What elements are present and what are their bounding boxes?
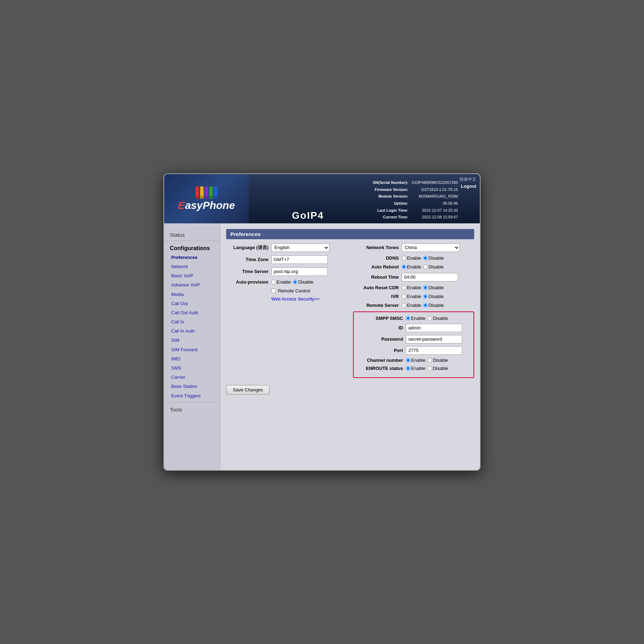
autoprovision-disable-text: Disable <box>298 279 313 285</box>
remote-server-radio-group: Enable Disable <box>402 303 444 308</box>
smpp-password-row: Password <box>357 335 470 343</box>
auto-reset-cdr-enable-label[interactable]: Enable <box>402 285 421 290</box>
network-tones-select[interactable]: China USA UK <box>402 243 460 252</box>
auto-reset-cdr-disable-radio[interactable] <box>423 285 428 290</box>
sidebar: Status Configurations Preferences Networ… <box>164 223 221 470</box>
enroute-disable-label[interactable]: Disable <box>427 366 448 371</box>
ivr-disable-radio[interactable] <box>423 294 428 299</box>
logo-image: EasyPhone <box>178 186 235 211</box>
auto-reset-cdr-enable-radio[interactable] <box>402 285 406 290</box>
sn-row: SN(Serial Number): GOIP4M5RMOS22057265 <box>371 180 459 186</box>
save-area: Save Changes <box>226 385 474 395</box>
sidebar-item-sms[interactable]: SMS <box>164 364 220 373</box>
smpp-password-value <box>406 335 470 343</box>
network-tones-value: China USA UK <box>402 243 474 252</box>
channel-number-disable-radio[interactable] <box>427 358 432 363</box>
sidebar-item-sim-forward[interactable]: SIM Forward <box>164 345 220 354</box>
auto-reboot-enable-label[interactable]: Enable <box>402 264 421 270</box>
header-top-right: 简体中文 Logout <box>459 176 476 190</box>
reboot-time-input[interactable] <box>402 273 458 281</box>
sidebar-item-preferences[interactable]: Preferences <box>164 253 220 262</box>
sidebar-item-event-triggers[interactable]: Event Triggers <box>164 391 220 401</box>
smpp-disable-radio[interactable] <box>427 316 432 321</box>
smpp-smsc-box: SMPP SMSC Enable Disable <box>353 311 474 378</box>
sidebar-item-media[interactable]: Media <box>164 290 220 299</box>
autoprovision-enable-radio[interactable] <box>271 280 276 284</box>
current-time-row: Current Time: 2022-12-08 15:59:47 <box>371 214 459 221</box>
sidebar-item-imei[interactable]: IMEI <box>164 354 220 364</box>
auto-reboot-enable-text: Enable <box>407 264 421 270</box>
web-access-link[interactable]: Web Access Security>> <box>271 296 347 302</box>
crayon-blue <box>214 186 217 199</box>
remote-server-value: Enable Disable <box>402 303 474 308</box>
sidebar-item-advance-voip[interactable]: Advance VoIP <box>164 280 220 290</box>
remote-control-checkbox[interactable] <box>271 289 276 293</box>
sidebar-item-basic-voip[interactable]: Basic VoIP <box>164 271 220 280</box>
timezone-input[interactable] <box>271 255 328 264</box>
form-left: Language (语言) English Chinese Time Zone <box>226 243 347 378</box>
smpp-password-input[interactable] <box>406 335 462 343</box>
smpp-password-label: Password <box>357 336 403 342</box>
channel-number-enable-radio[interactable] <box>406 358 410 363</box>
auto-reboot-enable-radio[interactable] <box>402 265 406 269</box>
autoprovision-row: Auto-provision Enable Disable <box>226 279 347 285</box>
sidebar-item-network[interactable]: Network <box>164 262 220 271</box>
main-window: EasyPhone GoIP4 简体中文 Logout SN(Serial Nu… <box>163 173 481 471</box>
remote-server-disable-radio[interactable] <box>423 303 428 308</box>
ddns-enable-label[interactable]: Enable <box>402 255 421 261</box>
auto-reset-cdr-label: Auto Reset CDR <box>353 285 399 290</box>
ivr-disable-label[interactable]: Disable <box>423 294 444 299</box>
auto-reboot-disable-label[interactable]: Disable <box>423 264 444 270</box>
sidebar-item-call-in[interactable]: Call In <box>164 317 220 327</box>
save-button[interactable]: Save Changes <box>226 385 270 395</box>
language-select[interactable]: English Chinese <box>271 243 329 252</box>
auto-reboot-disable-radio[interactable] <box>423 265 428 269</box>
header: EasyPhone GoIP4 简体中文 Logout SN(Serial Nu… <box>164 174 480 223</box>
remote-server-enable-label[interactable]: Enable <box>402 303 421 308</box>
ddns-disable-radio[interactable] <box>423 256 428 260</box>
smpp-port-input[interactable] <box>406 346 462 355</box>
ddns-enable-radio[interactable] <box>402 256 406 260</box>
language-row: Language (语言) English Chinese <box>226 243 347 252</box>
channel-number-value: Enable Disable <box>406 358 470 363</box>
autoprovision-disable-label[interactable]: Disable <box>293 279 313 285</box>
smpp-disable-label[interactable]: Disable <box>427 316 448 321</box>
smpp-enable-label[interactable]: Enable <box>406 316 425 321</box>
channel-number-disable-label[interactable]: Disable <box>427 358 448 363</box>
sidebar-tools[interactable]: Tools <box>164 404 220 414</box>
logout-button[interactable]: Logout <box>459 183 476 190</box>
auto-reset-cdr-disable-label[interactable]: Disable <box>423 285 444 290</box>
enroute-disable-radio[interactable] <box>427 366 432 371</box>
crayon-yellow <box>200 186 204 199</box>
channel-number-enable-label[interactable]: Enable <box>406 358 425 363</box>
sidebar-item-base-station[interactable]: Base Station <box>164 382 220 391</box>
sidebar-item-sim[interactable]: SIM <box>164 336 220 345</box>
smpp-enable-radio[interactable] <box>406 316 410 321</box>
timeserver-value <box>271 267 347 276</box>
enroute-value: Enable Disable <box>406 366 470 371</box>
brand-name: EasyPhone <box>178 199 235 211</box>
sidebar-configurations[interactable]: Configurations <box>164 242 220 253</box>
enroute-enable-radio[interactable] <box>406 366 410 371</box>
timeserver-input[interactable] <box>271 267 328 276</box>
smpp-row: SMPP SMSC Enable Disable <box>357 316 470 321</box>
sidebar-item-call-in-auth[interactable]: Call In Auth <box>164 327 220 336</box>
timezone-label: Time Zone <box>226 257 268 262</box>
form-right: Network Tones China USA UK DDNS <box>353 243 474 378</box>
remote-server-label: Remote Server <box>353 303 399 308</box>
enroute-enable-label[interactable]: Enable <box>406 366 425 371</box>
ivr-value: Enable Disable <box>402 294 474 299</box>
sidebar-item-call-out[interactable]: Call Out <box>164 299 220 308</box>
remote-server-enable-radio[interactable] <box>402 303 406 308</box>
autoprovision-enable-label[interactable]: Enable <box>271 279 291 285</box>
remote-server-disable-label[interactable]: Disable <box>423 303 444 308</box>
lang-link[interactable]: 简体中文 <box>459 177 476 182</box>
smpp-id-input[interactable] <box>406 324 462 332</box>
sidebar-item-call-out-auth[interactable]: Call Out Auth <box>164 308 220 317</box>
sidebar-status[interactable]: Status <box>164 229 220 239</box>
sidebar-item-carrier[interactable]: Carrier <box>164 373 220 382</box>
autoprovision-disable-radio[interactable] <box>293 280 297 284</box>
ivr-enable-label[interactable]: Enable <box>402 294 421 299</box>
ddns-disable-label[interactable]: Disable <box>423 255 444 261</box>
ivr-enable-radio[interactable] <box>402 294 406 299</box>
